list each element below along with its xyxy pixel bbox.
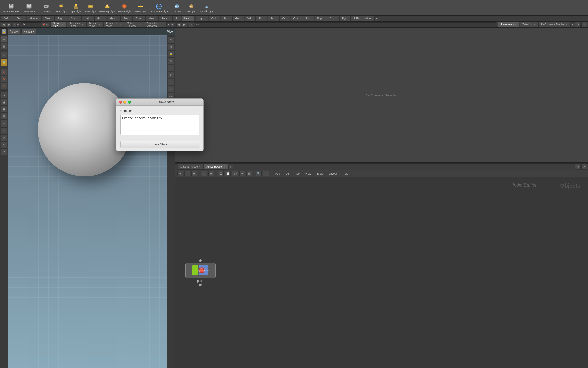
list-view-btn[interactable]: ≡	[184, 171, 190, 176]
right-bottom-settings-btn[interactable]: ⚙	[575, 164, 581, 170]
menu-tab-gra[interactable]: Gra...	[232, 16, 244, 21]
save-state-dialog[interactable]: Save State Comment Create sphere geometr…	[116, 98, 204, 151]
rmini-icon-4[interactable]: ⊙	[168, 57, 174, 64]
menu-tab-wires[interactable]: Wires	[362, 16, 374, 21]
sidebar-icon-8[interactable]: ⊞	[1, 113, 7, 120]
close-material-palette-tab[interactable]: ✕	[199, 166, 200, 168]
close-geo-tab[interactable]: ✕	[162, 23, 164, 26]
menu-tab-vel[interactable]: Vel...	[245, 16, 256, 21]
viewport-tab-motion[interactable]: Motion FX View✕	[124, 22, 143, 27]
grid-lg-btn[interactable]: ⊟	[208, 171, 214, 176]
add-menu-tab-button[interactable]: +	[374, 16, 379, 21]
sidebar-icon-11[interactable]: ◎	[1, 134, 7, 141]
right-home-btn[interactable]: ⌂	[189, 22, 193, 27]
caustic-light-button[interactable]: Caustic Light	[199, 1, 215, 15]
tab-parameters[interactable]: Parameters ✕	[498, 22, 519, 27]
menu-tab-coll[interactable]: Coll...	[209, 16, 221, 21]
menu-tab-rig[interactable]: Rig...	[256, 16, 267, 21]
sidebar-icon-7[interactable]: ▣	[1, 106, 7, 113]
menu-tab-con[interactable]: Con...	[327, 16, 339, 21]
volume-light-button[interactable]: Volume Light	[116, 1, 132, 15]
menu-tab-volu[interactable]: Volu...	[146, 16, 159, 21]
close-motion-tab[interactable]: ✕	[138, 23, 140, 26]
close-parameters-tab[interactable]: ✕	[515, 23, 517, 26]
back-arrow[interactable]: ◀	[1, 22, 6, 27]
right-path-input[interactable]	[195, 22, 496, 27]
viewport-tab-composite[interactable]: Composite View✕	[103, 22, 124, 27]
close-composite-tab[interactable]: ✕	[119, 23, 121, 26]
go-menu-btn[interactable]: Go	[294, 171, 302, 176]
menu-tab-hair[interactable]: Hair...	[82, 16, 94, 21]
add-right-bottom-tab-btn[interactable]: +	[228, 165, 233, 169]
add-tab-button[interactable]: +	[216, 5, 222, 11]
more-btn[interactable]: ⋯	[263, 171, 269, 176]
close-performance-tab[interactable]: ✕	[566, 23, 567, 26]
dialog-close-btn[interactable]	[119, 101, 122, 104]
tag-btn[interactable]: 🏷	[232, 171, 238, 176]
menu-tab-guid1[interactable]: Guid...	[94, 16, 107, 21]
viewport-tab-scene[interactable]: Scene View✕	[50, 22, 67, 27]
menu-tab-guid2[interactable]: Guid...	[108, 16, 121, 21]
sidebar-icon-rotate[interactable]: ↻	[1, 76, 7, 82]
camera-button[interactable]: Camera	[39, 1, 54, 15]
menu-tab-par1[interactable]: Par...	[221, 16, 232, 21]
view-menu-btn[interactable]: View	[303, 171, 313, 176]
right-forward-arrow[interactable]: ▶	[182, 22, 187, 27]
viewport-path-input[interactable]	[21, 22, 41, 27]
comment-textarea[interactable]: Create sphere geometry.	[120, 115, 199, 135]
viewport-sync-btn[interactable]: ⊙	[46, 22, 49, 27]
menu-tab-text[interactable]: Text...	[14, 16, 26, 21]
sidebar-icon-6[interactable]: ◉	[1, 99, 7, 106]
menu-tab-vis[interactable]: Vis...	[279, 16, 290, 21]
distant-light-button[interactable]: Distant Light	[132, 1, 148, 15]
viewport-tab-anim[interactable]: Animation Editor✕	[67, 22, 86, 27]
search-btn[interactable]: 🔍	[256, 171, 262, 176]
tab-asset-browser[interactable]: Asset Browser ✕	[203, 164, 228, 170]
menu-tab-oce[interactable]: Oce...	[291, 16, 303, 21]
menu-tab-par2[interactable]: Par...	[268, 16, 279, 21]
point-light-button[interactable]: Point Light	[54, 1, 69, 15]
asset-node-geo1[interactable]: geo1	[185, 259, 216, 286]
dialog-minimize-btn[interactable]	[123, 101, 126, 104]
sidebar-icon-9[interactable]: ♦	[1, 120, 7, 127]
sidebar-icon-2[interactable]: ◈	[1, 36, 7, 42]
menu-tab-pyr[interactable]: Pyr...	[339, 16, 351, 21]
viewport-tab-geo[interactable]: Geometry Spreadsh...✕	[143, 22, 167, 27]
forward-arrow[interactable]: ▶	[7, 22, 12, 27]
close-take-list-tab[interactable]: ✕	[534, 23, 535, 26]
layout-menu-btn[interactable]: Layout	[327, 171, 339, 176]
spot-light-button[interactable]: Spot Light	[69, 1, 83, 15]
add-menu-btn[interactable]: Add	[273, 171, 282, 176]
gi-light-button[interactable]: GI GI Light	[184, 1, 199, 15]
sidebar-icon-select[interactable]: ↖	[1, 52, 7, 59]
viewport-home-btn[interactable]: ⌂	[13, 22, 16, 27]
menu-tab-muscles[interactable]: Muscles	[27, 16, 42, 21]
tab-performance[interactable]: Performance Monitor ✕	[538, 22, 570, 27]
add-right-top-tab-btn[interactable]: +	[570, 22, 575, 27]
menu-tab-char[interactable]: Char...	[42, 16, 55, 21]
close-anim-tab[interactable]: ✕	[82, 23, 83, 26]
right-back-arrow[interactable]: ◀	[176, 22, 181, 27]
right-top-settings-btn[interactable]: ⚙	[575, 22, 581, 27]
save-state-button[interactable]: Save State	[22, 1, 37, 15]
rmini-icon-1[interactable]: ⊕	[168, 36, 174, 43]
sidebar-icon-3[interactable]: ▦	[1, 43, 7, 49]
rmini-icon-6[interactable]: ◎	[168, 72, 174, 78]
right-bottom-expand-btn[interactable]: ⤢	[581, 164, 587, 170]
right-top-expand-btn[interactable]: ⤢	[581, 22, 587, 27]
perspective-btn[interactable]: Persp▾	[8, 29, 20, 34]
viewport-options-btn[interactable]: ☰	[171, 22, 174, 27]
menu-tab-jh[interactable]: JH	[172, 16, 181, 21]
detail-view-btn[interactable]: 📋	[225, 171, 231, 176]
sidebar-icon-lock[interactable]: 🔒	[1, 59, 7, 66]
no-cam-btn[interactable]: No cam▾	[21, 29, 36, 34]
help-menu-btn[interactable]: Help	[341, 171, 350, 176]
sidebar-icon-5[interactable]: ✦	[1, 92, 7, 99]
menu-tab-terr[interactable]: Terr...	[121, 16, 133, 21]
icon-view-btn[interactable]: 🖼	[218, 171, 224, 176]
sidebar-icon-12[interactable]: ≋	[1, 141, 7, 148]
save-state-to-db-button[interactable]: DB Save State To DB	[1, 1, 22, 15]
menu-tab-flu[interactable]: Flu...	[303, 16, 314, 21]
rmini-icon-2[interactable]: ◉	[168, 43, 174, 50]
cut-btn[interactable]: ✂	[177, 171, 183, 176]
